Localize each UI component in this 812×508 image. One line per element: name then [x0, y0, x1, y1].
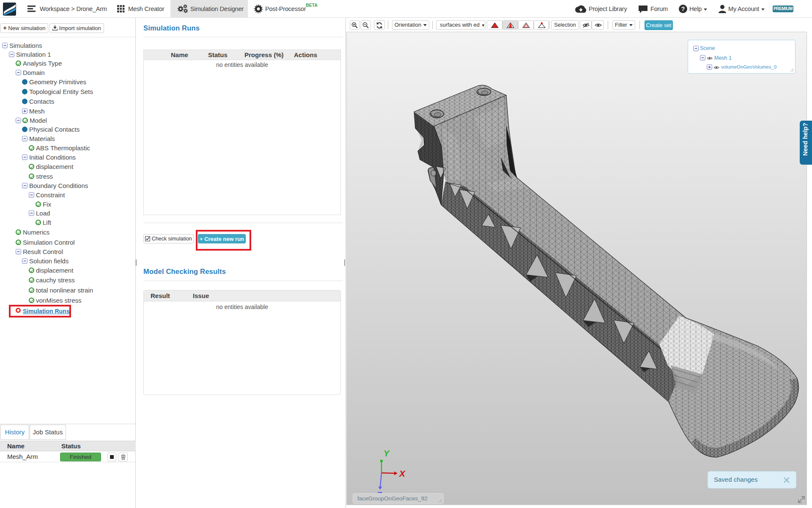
svg-text:?: ?: [681, 6, 685, 12]
svg-text:Y: Y: [384, 449, 390, 458]
svg-text:X: X: [399, 469, 406, 478]
